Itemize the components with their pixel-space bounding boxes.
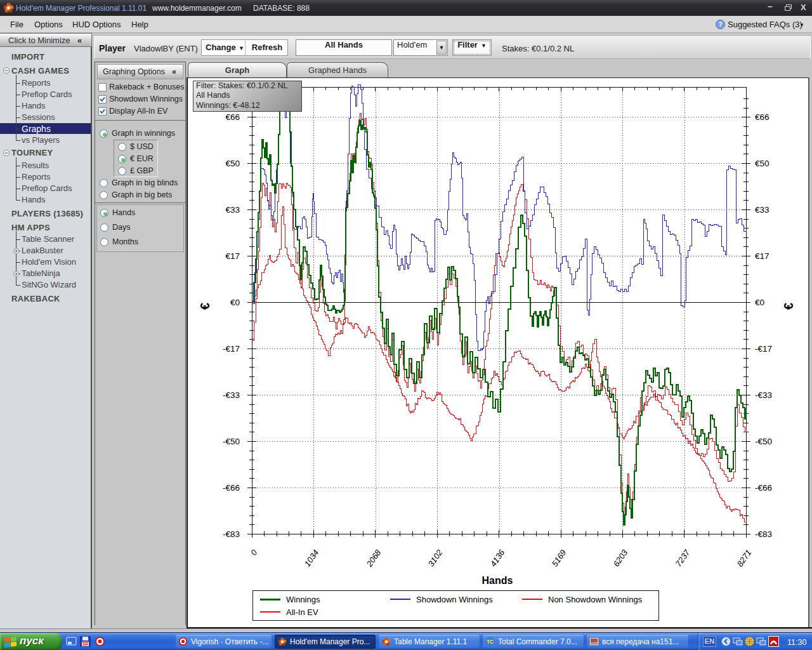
- svg-text:?: ?: [718, 21, 722, 28]
- svg-text:Non Showdown Winnings: Non Showdown Winnings: [548, 595, 643, 604]
- svg-text:€: €: [782, 303, 796, 310]
- svg-text:€33: €33: [755, 205, 769, 215]
- svg-text:-€33: -€33: [755, 390, 772, 400]
- svg-text:-€17: -€17: [755, 344, 772, 354]
- svg-text:Showdown Winnings: Showdown Winnings: [416, 595, 493, 604]
- svg-text:€66: €66: [225, 112, 240, 122]
- svg-text:Hands: Hands: [482, 575, 513, 586]
- svg-text:-€50: -€50: [755, 437, 772, 446]
- svg-text:€50: €50: [755, 159, 769, 168]
- svg-text:-€66: -€66: [223, 483, 240, 493]
- svg-text:-€33: -€33: [223, 390, 240, 400]
- svg-text:-€50: -€50: [223, 437, 240, 446]
- svg-text:-€17: -€17: [223, 344, 240, 354]
- svg-text:-€66: -€66: [755, 483, 772, 493]
- svg-text:€66: €66: [755, 112, 769, 122]
- svg-text:-€83: -€83: [755, 529, 772, 539]
- svg-text:€33: €33: [225, 205, 240, 215]
- svg-text:-€83: -€83: [223, 529, 240, 539]
- svg-text:€: €: [198, 303, 212, 310]
- svg-text:€0: €0: [755, 298, 764, 307]
- svg-text:All-In EV: All-In EV: [286, 607, 318, 617]
- svg-text:€17: €17: [755, 251, 769, 261]
- svg-text:€50: €50: [225, 159, 240, 168]
- svg-text:€0: €0: [230, 298, 240, 307]
- svg-text:€17: €17: [225, 251, 240, 261]
- svg-text:TC: TC: [487, 639, 494, 645]
- svg-text:Winnings: Winnings: [286, 595, 320, 604]
